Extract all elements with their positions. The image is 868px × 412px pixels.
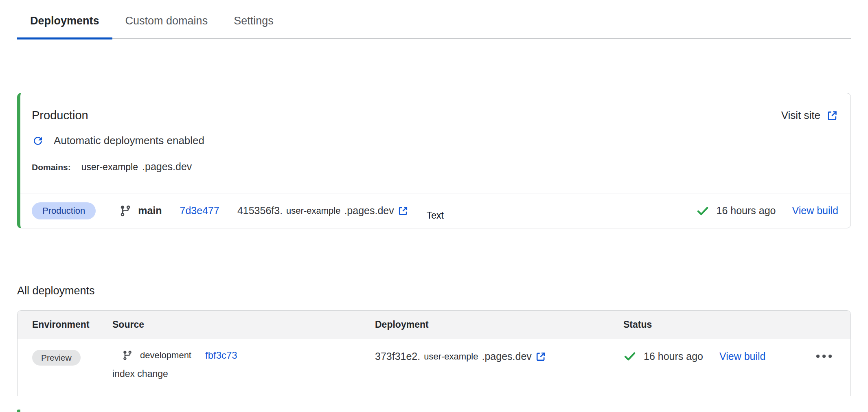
success-check-icon (623, 350, 636, 363)
column-environment: Environment (32, 319, 112, 330)
branch-name: main (138, 205, 162, 217)
deployment-cell: 373f31e2. user-example .pages.dev (375, 350, 623, 362)
tab-custom-domains[interactable]: Custom domains (112, 12, 221, 38)
environment-badge: Preview (32, 350, 81, 366)
commit-message: index change (112, 368, 375, 379)
menu-dot (829, 355, 832, 358)
deployment-url-suffix: .pages.dev (344, 205, 394, 217)
menu-dot (816, 355, 820, 358)
deployment-url-name: user-example (424, 351, 478, 362)
tab-deployments[interactable]: Deployments (17, 12, 112, 38)
git-branch-icon (119, 205, 132, 217)
table-header-row: Environment Source Deployment Status (18, 311, 850, 339)
domains-label: Domains: (32, 162, 71, 172)
source-cell: development fbf3c73 index change (112, 350, 375, 379)
production-card-header: Production Visit site Automatic deployme… (20, 93, 850, 193)
domain-suffix: .pages.dev (142, 161, 192, 173)
domain-name: user-example (81, 162, 138, 173)
visit-site-link[interactable]: Visit site (781, 109, 838, 122)
column-status: Status (623, 319, 850, 330)
branch-group: main (119, 205, 162, 217)
refresh-icon (32, 135, 44, 147)
view-build-link[interactable]: View build (792, 205, 838, 217)
deployment-time: 16 hours ago (717, 205, 776, 217)
all-deployments-heading: All deployments (17, 285, 868, 297)
deployment-url-suffix: .pages.dev (482, 351, 532, 362)
table-row: Preview development fbf3c73 index change… (18, 339, 850, 396)
deployments-table: Environment Source Deployment Status Pre… (17, 310, 851, 396)
view-build-link[interactable]: View build (719, 351, 766, 362)
git-branch-icon (122, 350, 133, 361)
menu-dot (822, 355, 826, 358)
environment-cell: Preview (32, 350, 112, 366)
auto-deployments-text: Automatic deployments enabled (54, 134, 204, 147)
deployment-url-link[interactable]: 373f31e2. user-example .pages.dev (375, 351, 623, 362)
external-link-icon (826, 110, 838, 122)
production-deployment-row: Production main 7d3e477 415356f3. user-e… (20, 193, 850, 228)
deployment-time: 16 hours ago (644, 351, 703, 362)
external-link-icon (397, 205, 409, 217)
column-source: Source (112, 319, 375, 330)
deployment-url-prefix: 373f31e2. (375, 351, 420, 362)
column-deployment: Deployment (375, 319, 623, 330)
environment-badge: Production (32, 202, 96, 219)
text-annotation: Text (427, 210, 444, 221)
commit-link[interactable]: 7d3e477 (180, 205, 219, 217)
commit-link[interactable]: fbf3c73 (205, 350, 237, 361)
next-card-green-edge (17, 410, 20, 412)
status-cell: 16 hours ago View build (623, 350, 850, 363)
deployment-url-prefix: 415356f3. (237, 205, 283, 217)
deployment-url-link[interactable]: 415356f3. user-example .pages.dev (237, 205, 409, 217)
production-title: Production (32, 109, 88, 122)
success-check-icon (696, 204, 709, 217)
visit-site-label: Visit site (781, 109, 820, 122)
external-link-icon (535, 351, 546, 362)
deployment-url-name: user-example (286, 206, 340, 216)
branch-name: development (140, 350, 191, 361)
domains-row: Domains: user-example .pages.dev (32, 161, 838, 173)
row-menu-button[interactable] (815, 352, 833, 360)
auto-deployments-row: Automatic deployments enabled (32, 134, 838, 147)
tab-bar: Deployments Custom domains Settings (17, 0, 851, 39)
tab-settings[interactable]: Settings (221, 12, 287, 38)
production-card: Production Visit site Automatic deployme… (17, 93, 851, 228)
